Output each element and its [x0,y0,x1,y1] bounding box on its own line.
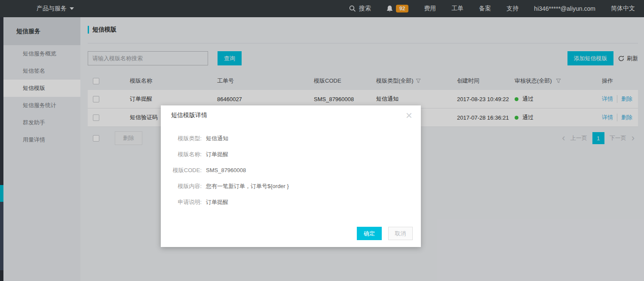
field-label: 模版内容: [165,182,202,190]
field-value: SMS_87960008 [206,167,246,173]
field-value: 订单提醒 [206,151,228,158]
modal-body: 模版类型: 短信通知 模版名称: 订单提醒 模版CODE: SMS_879600… [161,125,421,210]
field-label: 模版类型: [165,135,202,142]
field-template-content: 模版内容: 您有一笔新订单，订单号${order } [165,178,421,194]
field-template-code: 模版CODE: SMS_87960008 [165,162,421,178]
field-template-type: 模版类型: 短信通知 [165,130,421,146]
field-label: 模版名称: [165,151,202,158]
page: 产品与服务 搜索 92 费用 工单 备案 支持 hi346*****@aliyu… [0,0,644,281]
field-apply-note: 申请说明: 订单提醒 [165,194,421,210]
field-value: 您有一笔新订单，订单号${order } [206,182,289,190]
modal-header: 短信模版详情 × [161,105,421,125]
modal-title: 短信模版详情 [171,111,207,119]
confirm-button[interactable]: 确定 [357,227,382,240]
modal-footer: 确定 取消 [161,210,421,240]
field-label: 申请说明: [165,198,202,206]
field-value: 订单提醒 [206,198,228,206]
cancel-button[interactable]: 取消 [388,227,413,240]
field-label: 模版CODE: [165,167,202,174]
field-value: 短信通知 [206,135,228,142]
field-template-name: 模版名称: 订单提醒 [165,146,421,162]
template-detail-modal: 短信模版详情 × 模版类型: 短信通知 模版名称: 订单提醒 模版CODE: S… [161,105,421,247]
close-icon[interactable]: × [406,110,412,121]
